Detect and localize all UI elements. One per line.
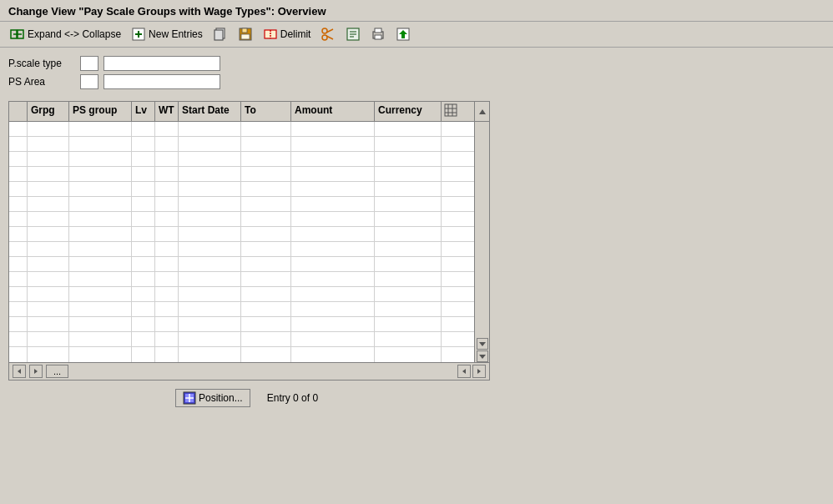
details-button[interactable] [342,25,364,43]
ps-area-row: PS Area [8,74,825,89]
scissors-button[interactable] [317,25,339,43]
title-bar: Change View "Pay Scale Groups with Wage … [0,0,833,22]
hscroll-right-btn[interactable] [472,365,486,378]
table-row[interactable] [9,197,474,212]
bottom-bar: Position... Entry 0 of 0 [175,381,825,407]
svg-rect-7 [215,30,223,40]
pscale-type-row: P.scale type [8,56,825,71]
table-row[interactable] [9,257,474,272]
svg-rect-10 [241,34,250,39]
table-row[interactable] [9,287,474,302]
expand-collapse-button[interactable]: Expand <-> Collapse [7,25,124,43]
table-body-wrapper [9,122,489,362]
table-footer: ... [9,362,489,380]
th-grpg: Grpg [28,102,69,121]
svg-marker-33 [479,355,486,359]
svg-marker-31 [479,109,486,114]
content-area: P.scale type PS Area Grpg PS group Lv WT… [0,48,833,504]
new-entries-button[interactable]: New Entries [128,25,206,43]
table-row[interactable] [9,332,474,347]
table-row[interactable] [9,242,474,257]
footer-dots-button[interactable]: ... [46,365,68,378]
main-window: Change View "Pay Scale Groups with Wage … [0,0,833,504]
table-row[interactable] [9,227,474,242]
table-row[interactable] [9,317,474,332]
position-button[interactable]: Position... [175,389,250,407]
table-row[interactable] [9,167,474,182]
svg-rect-9 [242,28,247,33]
scroll-left-btn[interactable] [13,365,26,378]
position-label: Position... [199,392,243,404]
position-icon [183,391,196,405]
scroll-right-btn[interactable] [29,365,43,378]
print-button[interactable] [367,25,389,43]
save-button[interactable] [235,25,256,43]
scroll-down-btn2[interactable] [477,350,488,362]
new-entries-icon [131,27,146,42]
window-title: Change View "Pay Scale Groups with Wage … [8,5,326,18]
th-startdate: Start Date [179,102,241,121]
scissors-icon [321,27,336,42]
save-icon [238,27,253,42]
table-row[interactable] [9,347,474,362]
svg-marker-32 [479,342,486,346]
ps-area-input[interactable] [103,74,220,89]
table-row[interactable] [9,182,474,197]
th-wt: WT [155,102,179,121]
copy-icon [213,27,228,42]
svg-marker-36 [462,369,466,374]
svg-marker-35 [34,369,38,374]
th-to: To [241,102,291,121]
th-psgroup: PS group [69,102,132,121]
expand-collapse-label: Expand <-> Collapse [28,28,121,40]
ps-area-small-input[interactable] [80,74,98,89]
table-row[interactable] [9,302,474,317]
table-header: Grpg PS group Lv WT Start Date To Amount… [9,102,489,122]
pscale-type-input[interactable] [103,56,220,71]
expand-collapse-icon [10,27,25,42]
table-row[interactable] [9,272,474,287]
details-icon [346,27,361,42]
scroll-up-btn[interactable] [474,102,489,121]
export-button[interactable] [392,25,414,43]
hscroll-area [72,365,486,378]
new-entries-label: New Entries [149,28,203,40]
delimit-label: Delimit [280,28,311,40]
svg-marker-37 [477,369,481,374]
svg-rect-26 [445,104,457,116]
pscale-type-small-input[interactable] [80,56,98,71]
table-wrapper: Grpg PS group Lv WT Start Date To Amount… [8,101,505,381]
svg-marker-34 [18,369,21,374]
svg-rect-23 [375,35,381,39]
th-currency: Currency [375,102,442,121]
pscale-type-label: P.scale type [8,58,75,69]
column-settings-icon[interactable] [442,102,460,121]
toolbar: Expand <-> Collapse New Entries [0,22,833,48]
ps-area-label: PS Area [8,76,75,88]
vertical-scrollbar[interactable] [474,122,489,362]
th-amount: Amount [291,102,375,121]
delimit-icon [263,27,278,42]
copy-button[interactable] [210,25,231,43]
svg-rect-22 [375,28,381,33]
scroll-down-btn-body[interactable] [477,338,488,350]
table-row[interactable] [9,137,474,152]
print-icon [371,27,386,42]
data-table: Grpg PS group Lv WT Start Date To Amount… [8,101,490,381]
table-row[interactable] [9,212,474,227]
hscroll-left-btn[interactable] [457,365,471,378]
table-row[interactable] [9,122,474,137]
entry-count: Entry 0 of 0 [267,392,318,404]
delimit-button[interactable]: Delimit [260,25,315,43]
th-lv: Lv [132,102,155,121]
th-select [9,102,28,121]
table-row[interactable] [9,152,474,167]
export-icon [396,27,411,42]
table-body [9,122,474,362]
